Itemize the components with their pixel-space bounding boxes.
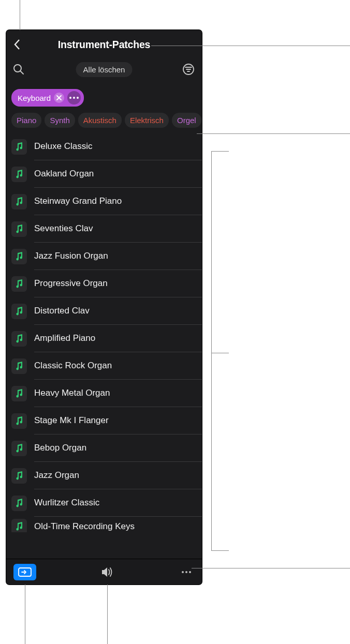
patch-icon (11, 519, 27, 532)
svg-line-1 (20, 71, 23, 74)
patch-row[interactable]: Oakland Organ (11, 160, 202, 188)
patch-row[interactable]: Amplified Piano (11, 325, 202, 352)
patch-label-wrap: Steinway Grand Piano (34, 188, 202, 215)
music-note-icon (14, 170, 24, 179)
patch-row[interactable]: Deluxe Classic (11, 133, 202, 160)
patch-icon (11, 468, 27, 484)
search-button[interactable] (11, 62, 26, 77)
patch-row[interactable]: Heavy Metal Organ (11, 380, 202, 407)
patch-row[interactable]: Wurlitzer Classic (11, 489, 202, 517)
active-filter-row: Keyboard (6, 82, 202, 111)
active-filter-chip[interactable]: Keyboard (11, 89, 84, 107)
sub-filter-chip[interactable]: Synth (45, 113, 75, 128)
patch-label-wrap: Progressive Organ (34, 270, 202, 297)
patch-label: Steinway Grand Piano (34, 196, 122, 206)
back-button[interactable] (9, 37, 25, 52)
patch-label-wrap: Seventies Clav (34, 215, 202, 243)
preview-button[interactable] (99, 564, 115, 580)
patch-icon (11, 249, 27, 264)
patch-label-wrap: Deluxe Classic (34, 133, 202, 160)
patch-label-wrap: Jazz Organ (34, 462, 202, 489)
active-filter-label: Keyboard (18, 94, 51, 102)
callout-line (25, 585, 25, 644)
insert-icon (18, 567, 32, 577)
close-icon (56, 95, 62, 100)
patch-label-wrap: Heavy Metal Organ (34, 380, 202, 407)
callout-line (107, 585, 108, 644)
patch-label: Jazz Organ (34, 470, 79, 481)
music-note-icon (14, 362, 24, 371)
patch-label: Progressive Organ (34, 278, 108, 289)
patch-row[interactable]: Bebop Organ (11, 435, 202, 462)
patch-label: Classic Rock Organ (34, 361, 112, 371)
clear-all-button[interactable]: Alle löschen (76, 62, 133, 77)
patch-label: Seventies Clav (34, 223, 93, 234)
patch-icon (11, 139, 27, 155)
patch-label-wrap: Old-Time Recording Keys (34, 521, 202, 532)
sub-filter-chip[interactable]: Elektrisch (125, 113, 169, 128)
patch-label-wrap: Bebop Organ (34, 435, 202, 462)
speaker-icon (101, 567, 113, 577)
patch-label: Wurlitzer Classic (34, 498, 99, 508)
ellipsis-icon (69, 97, 79, 99)
sub-filter-chip[interactable]: Akustisch (78, 113, 122, 128)
patch-list[interactable]: Deluxe ClassicOakland OrganSteinway Gran… (6, 133, 202, 559)
patch-row[interactable]: Steinway Grand Piano (11, 188, 202, 215)
patch-label: Old-Time Recording Keys (34, 521, 135, 532)
patch-label-wrap: Jazz Fusion Organ (34, 243, 202, 270)
instrument-patches-panel: Instrument-Patches Alle löschen Keyboard (6, 30, 202, 585)
patch-icon (11, 358, 27, 374)
music-note-icon (14, 252, 24, 261)
patch-row[interactable]: Jazz Fusion Organ (11, 243, 202, 270)
svg-rect-8 (19, 568, 31, 576)
callout-line (211, 151, 212, 550)
patch-icon (11, 304, 27, 319)
sub-filter-chip[interactable]: Orgel (172, 113, 201, 128)
patch-label: Jazz Fusion Organ (34, 251, 108, 261)
chevron-left-icon (13, 39, 21, 50)
patch-icon (11, 276, 27, 292)
patch-row[interactable]: Distorted Clav (11, 297, 202, 325)
patch-row[interactable]: Old-Time Recording Keys (11, 517, 202, 532)
patch-row[interactable]: Stage Mk I Flanger (11, 407, 202, 435)
music-note-icon (14, 197, 24, 206)
callout-line (211, 353, 229, 353)
music-note-icon (14, 279, 24, 289)
patch-row[interactable]: Jazz Organ (11, 462, 202, 489)
patch-icon (11, 167, 27, 182)
insert-button[interactable] (13, 564, 36, 580)
remove-filter-button[interactable] (54, 93, 64, 103)
music-note-icon (14, 334, 24, 343)
filter-toggle-button[interactable] (181, 62, 196, 77)
patch-label-wrap: Amplified Piano (34, 325, 202, 352)
patch-label-wrap: Wurlitzer Classic (34, 489, 202, 517)
patch-label: Stage Mk I Flanger (34, 415, 109, 426)
search-icon (13, 64, 24, 75)
callout-line (20, 0, 20, 30)
panel-header: Instrument-Patches (6, 30, 202, 58)
sub-filter-row: PianoSynthAkustischElektrischOrgel (6, 111, 202, 133)
patch-icon (11, 441, 27, 456)
patch-row[interactable]: Progressive Organ (11, 270, 202, 297)
svg-marker-9 (102, 567, 107, 577)
callout-line (197, 133, 350, 134)
music-note-icon (14, 389, 24, 398)
music-note-icon (14, 142, 24, 152)
page-title: Instrument-Patches (58, 39, 150, 51)
sub-filter-chip[interactable]: Piano (11, 113, 41, 128)
music-note-icon (14, 224, 24, 234)
patch-row[interactable]: Classic Rock Organ (11, 352, 202, 380)
patch-label: Deluxe Classic (34, 141, 92, 152)
music-note-icon (14, 522, 24, 531)
patch-row[interactable]: Seventies Clav (11, 215, 202, 243)
patch-label-wrap: Stage Mk I Flanger (34, 407, 202, 435)
patch-icon (11, 221, 27, 237)
bottom-bar (6, 559, 202, 585)
music-note-icon (14, 471, 24, 481)
patch-icon (11, 331, 27, 347)
filter-more-button[interactable] (67, 91, 81, 104)
toolbar: Alle löschen (6, 58, 202, 82)
more-options-button[interactable] (178, 564, 195, 580)
patch-label: Heavy Metal Organ (34, 388, 110, 398)
callout-line (211, 151, 229, 152)
